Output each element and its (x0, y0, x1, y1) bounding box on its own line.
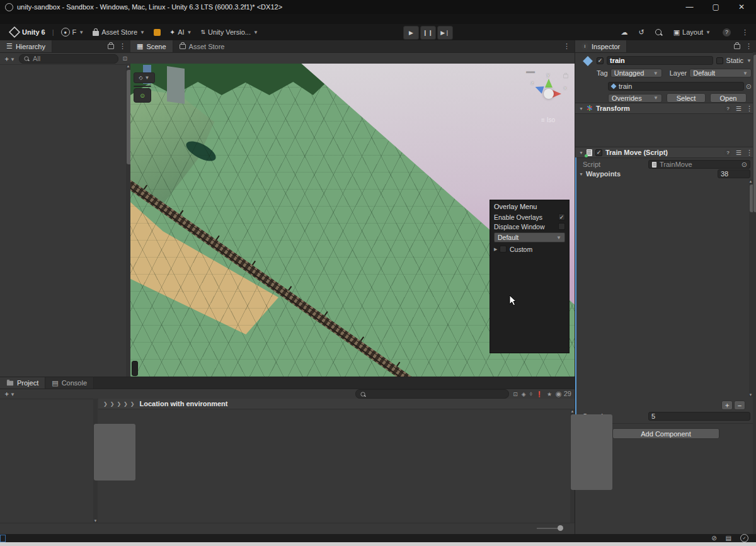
inspector-lock-icon[interactable] (734, 44, 740, 49)
status-ok-icon[interactable]: ✓ (740, 534, 748, 542)
breadcrumb: ❯❯❯❯❯ Location with environment (98, 399, 575, 409)
play-button[interactable]: ▶ (403, 26, 419, 40)
ai-label: AI (178, 28, 184, 36)
tab-inspector[interactable]: i Inspector (575, 40, 627, 52)
package-manager-button[interactable] (149, 26, 165, 38)
alert-icon[interactable]: ❗ (536, 391, 543, 397)
maximize-button[interactable]: ▢ (713, 3, 719, 11)
list-add-button[interactable]: ＋ (721, 401, 733, 410)
layout-dropdown[interactable]: ▣ Layout▼ (672, 26, 712, 38)
displace-window-row[interactable]: Displace Window (494, 222, 565, 231)
history-icon[interactable]: ↺ (638, 28, 644, 37)
custom-tool-button[interactable]: ⊙ (134, 88, 151, 103)
gizmo-y-axis[interactable] (545, 79, 553, 88)
package-visibility-icon[interactable]: ◈ (522, 391, 526, 397)
help-icon[interactable]: ? (723, 28, 731, 37)
hierarchy-scrollbar[interactable]: ▲ (126, 64, 130, 377)
create-add-button[interactable]: ＋▼ (3, 54, 15, 64)
scene-viewport[interactable]: ◇▼ ⊙ ══ x y z ≡ Iso Overlay Men (130, 64, 575, 377)
search-icon[interactable] (655, 29, 662, 35)
overlay-custom-row[interactable]: ▶ Custom (494, 244, 565, 254)
overlay-profile-dropdown[interactable]: Default▼ (494, 232, 565, 242)
search-by-type-icon[interactable]: ⊡ (513, 391, 518, 397)
search-filter-icon[interactable]: ⊡ (122, 55, 127, 62)
active-checkbox[interactable]: ✓ (597, 57, 604, 64)
component-kebab-icon[interactable]: ⋮ (746, 105, 753, 113)
static-checkbox[interactable] (716, 57, 723, 64)
prefab-field[interactable]: train (608, 82, 744, 91)
step-button[interactable]: ▶❘ (437, 26, 453, 40)
help-icon[interactable]: ? (724, 105, 731, 112)
project-add-button[interactable]: ＋▼ (3, 389, 15, 399)
gizmo-mode-label[interactable]: ≡ Iso (541, 117, 555, 123)
tab-asset-store[interactable]: Asset Store (173, 40, 231, 52)
hierarchy-kebab-icon[interactable]: ⋮ (119, 42, 126, 50)
enable-overlays-checkbox[interactable]: ✓ (558, 213, 565, 220)
gizmo-center[interactable] (544, 89, 554, 99)
waypoints-size-field[interactable]: 38 (718, 169, 750, 178)
tab-console[interactable]: ▤ Console (45, 377, 94, 389)
asset-store-tab-label: Asset Store (189, 43, 225, 50)
hierarchy-icon: ☰ (6, 42, 13, 50)
tag-dropdown[interactable]: Untagged▼ (610, 69, 662, 77)
folder-tree-scrollbar[interactable]: ▼ (93, 399, 98, 523)
pause-button[interactable]: ❙❙ (420, 26, 436, 40)
speed-field[interactable]: 5 (648, 412, 750, 421)
tab-hierarchy[interactable]: ☰ Hierarchy (0, 40, 52, 52)
gizmo-x-axis[interactable] (553, 90, 561, 98)
static-dropdown-icon[interactable]: ▼ (747, 58, 752, 64)
asset-store-label: Asset Store (101, 28, 137, 36)
displace-window-checkbox[interactable] (558, 223, 565, 230)
tab-scene[interactable]: ▦ Scene (130, 40, 173, 52)
label-filter-icon[interactable]: ⬨ (530, 390, 532, 397)
add-component-button[interactable]: Add Component (612, 428, 719, 439)
train-move-header[interactable]: ▼ ✓ Train Move (Script) ?☰⋮ (575, 147, 756, 158)
toolbar-kebab-icon[interactable]: ⋮ (742, 28, 748, 37)
breadcrumb-current[interactable]: Location with environment (140, 400, 228, 407)
assets-scrollbar[interactable]: ▲ (570, 409, 575, 523)
notifications-muted-icon[interactable]: ⊘ (711, 535, 716, 542)
tab-project[interactable]: Project (0, 377, 45, 389)
asset-store-dropdown[interactable]: Asset Store▼ (88, 26, 149, 38)
scene-kebab-icon[interactable]: ⋮ (563, 42, 570, 50)
custom-checkbox[interactable] (500, 246, 507, 253)
project-search-input[interactable] (355, 389, 509, 399)
minimize-button[interactable]: — (686, 3, 694, 11)
favorites-star-icon[interactable]: ★ (547, 391, 552, 397)
presets-icon[interactable]: ☰ (736, 149, 742, 156)
tools-overlay: ◇▼ ⊙ (134, 72, 155, 103)
layer-dropdown[interactable]: Default▼ (689, 69, 752, 77)
component-kebab-icon[interactable]: ⋮ (746, 149, 753, 157)
overlay-menu-popup: Overlay Menu Enable Overlays ✓ Displace … (490, 200, 570, 353)
overrides-dropdown[interactable]: Overrides▼ (608, 94, 662, 103)
open-button[interactable]: Open (710, 93, 747, 103)
component-enabled-checkbox[interactable]: ✓ (595, 149, 602, 156)
orientation-gizmo[interactable]: ══ x y z ≡ Iso (530, 75, 568, 113)
unity-version-chip[interactable]: Unity 6 (5, 26, 50, 38)
gizmo-z-axis[interactable] (534, 84, 544, 93)
waypoints-label[interactable]: Waypoints (586, 170, 621, 178)
prefab-target-icon[interactable]: ⊙ (746, 82, 752, 91)
hierarchy-search-input[interactable]: All (19, 54, 119, 64)
version-control-dropdown[interactable]: ⇅ Unity Versio...▼ (197, 26, 263, 38)
gizmo-drag-handle[interactable]: ══ (526, 69, 535, 76)
gameobject-name-field[interactable]: train (607, 56, 713, 65)
ai-dropdown[interactable]: ✦ AI▼ (165, 26, 197, 38)
gizmo-lock-icon[interactable] (563, 74, 568, 78)
inspector-scrollbar[interactable] (753, 52, 756, 534)
transform-header[interactable]: ▼ Transform ?☰⋮ (575, 103, 756, 114)
inspector-kebab-icon[interactable]: ⋮ (745, 42, 752, 50)
select-button[interactable]: Select (667, 93, 706, 103)
account-dropdown[interactable]: ● F▼ (57, 26, 89, 38)
layers-cake-icon[interactable]: ▤ (726, 535, 731, 542)
help-icon[interactable]: ? (724, 149, 731, 156)
tool-context-dropdown[interactable]: ◇▼ (134, 72, 155, 83)
close-button[interactable]: ✕ (738, 3, 745, 11)
presets-icon[interactable]: ☰ (736, 105, 742, 112)
cloud-icon[interactable]: ☁ (621, 28, 627, 37)
thumbnail-zoom-slider[interactable] (537, 528, 563, 529)
enable-overlays-row[interactable]: Enable Overlays ✓ (494, 212, 565, 222)
lock-icon[interactable] (108, 44, 114, 49)
list-remove-button[interactable]: − (734, 401, 745, 410)
script-field[interactable]: TrainMove⊙ (648, 160, 750, 169)
